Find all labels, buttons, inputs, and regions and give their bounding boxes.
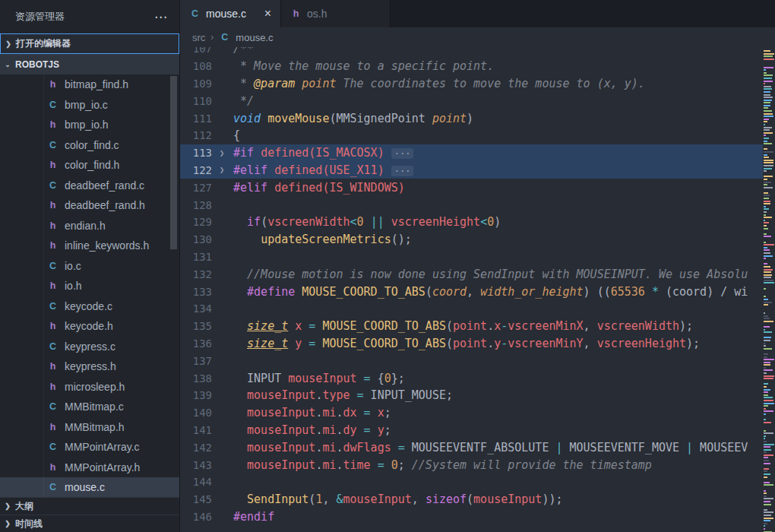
file-row-MMBitmap.c[interactable]: CMMBitmap.c	[0, 397, 179, 417]
file-row-MMPointArray.h[interactable]: hMMPointArray.h	[0, 458, 179, 478]
code-line[interactable]: 108 * Move the mouse to a specific point…	[180, 58, 763, 75]
file-name: color_find.c	[65, 139, 119, 151]
line-number: 142	[180, 442, 212, 454]
minimap-line	[764, 348, 772, 350]
outline-section[interactable]: ❯ 大纲	[0, 497, 179, 515]
code-line[interactable]: 132 //Mouse motion is now done using Sen…	[180, 265, 763, 283]
minimap-line	[764, 326, 770, 328]
code-line[interactable]: 133 #define MOUSE_COORD_TO_ABS(coord, wi…	[180, 283, 763, 300]
code-line[interactable]: 107/**	[180, 47, 763, 58]
code-token	[233, 285, 247, 299]
minimap-line	[764, 321, 773, 322]
file-row-keycode.h[interactable]: hkeycode.h	[0, 316, 179, 337]
code-line[interactable]: 131	[180, 249, 763, 266]
file-row-endian.h[interactable]: hendian.h	[0, 216, 179, 236]
project-section[interactable]: ⌄ ROBOTJS	[0, 54, 179, 74]
code-token: .	[336, 406, 343, 420]
file-list: hbitmap_find.hCbmp_io.chbmp_io.hCcolor_f…	[0, 74, 179, 498]
code-line[interactable]: 134	[180, 300, 763, 318]
code-token	[295, 77, 302, 90]
file-row-keycode.c[interactable]: Ckeycode.c	[0, 296, 179, 317]
open-editors-section[interactable]: ❯ 打开的编辑器	[0, 33, 179, 54]
minimap-line	[764, 148, 767, 150]
code-line[interactable]: 109 * @param point The coordinates to mo…	[180, 75, 763, 93]
timeline-section[interactable]: ❯ 时间线	[0, 515, 179, 532]
breadcrumb-file[interactable]: mouse.c	[236, 32, 273, 43]
sidebar-scrollbar[interactable]	[170, 76, 177, 249]
c-file-icon: C	[189, 8, 201, 19]
code-token	[350, 388, 357, 402]
minimap-line	[764, 184, 767, 185]
code-token	[357, 406, 364, 420]
file-row-mouse.c[interactable]: Cmouse.c	[0, 477, 179, 498]
file-row-color_find.h[interactable]: hcolor_find.h	[0, 155, 179, 176]
minimap-line	[764, 364, 770, 366]
file-row-bitmap_find.h[interactable]: hbitmap_find.h	[0, 74, 179, 95]
code-line[interactable]: 135 size_t x = MOUSE_COORD_TO_ABS(point.…	[180, 318, 763, 335]
line-number: 141	[180, 424, 212, 436]
file-row-bmp_io.h[interactable]: hbmp_io.h	[0, 115, 179, 135]
file-row-microsleep.h[interactable]: hmicrosleep.h	[0, 377, 179, 397]
file-row-MMPointArray.c[interactable]: CMMPointArray.c	[0, 437, 179, 458]
code-line[interactable]: 139 mouseInput.type = INPUT_MOUSE;	[180, 387, 763, 404]
breadcrumb[interactable]: src › C mouse.c	[180, 27, 775, 47]
more-actions-icon[interactable]: ⋯	[154, 11, 169, 24]
file-row-io.c[interactable]: Cio.c	[0, 256, 179, 277]
line-number: 128	[180, 199, 212, 211]
code-editor[interactable]: 107/**108 * Move the mouse to a specific…	[180, 47, 763, 532]
code-line[interactable]: 142 mouseInput.mi.dwFlags = MOUSEEVENTF_…	[180, 439, 763, 456]
code-token	[384, 215, 391, 229]
file-row-io.h[interactable]: hio.h	[0, 276, 179, 296]
file-row-keypress.h[interactable]: hkeypress.h	[0, 356, 179, 377]
code-token	[288, 337, 295, 350]
code-line[interactable]: 127#elif defined(IS_WINDOWS)	[180, 179, 763, 196]
file-row-deadbeef_rand.h[interactable]: hdeadbeef_rand.h	[0, 195, 179, 216]
code-line[interactable]: 138 INPUT mouseInput = {0};	[180, 369, 763, 387]
minimap-line	[764, 329, 765, 331]
code-token	[233, 492, 247, 506]
fold-chevron-icon[interactable]: ❯	[212, 165, 232, 175]
code-line[interactable]: 144	[180, 473, 763, 491]
sidebar-title: 资源管理器	[15, 10, 65, 24]
fold-chevron-icon[interactable]: ❯	[212, 148, 232, 158]
code-line[interactable]: 145 SendInput(1, &mouseInput, sizeof(mou…	[180, 491, 763, 508]
code-line[interactable]: 141 mouseInput.mi.dy = y;	[180, 422, 763, 439]
breadcrumb-folder[interactable]: src	[192, 32, 205, 43]
file-row-color_find.c[interactable]: Ccolor_find.c	[0, 135, 179, 156]
close-icon[interactable]: ×	[264, 8, 271, 20]
code-line[interactable]: 111void moveMouse(MMSignedPoint point)	[180, 109, 763, 127]
minimap-line	[764, 105, 770, 106]
file-row-deadbeef_rand.c[interactable]: Cdeadbeef_rand.c	[0, 176, 179, 196]
code-token: coord	[432, 285, 467, 299]
minimap-line	[764, 422, 771, 423]
code-line[interactable]: 122❯#elif defined(USE_X11) ···	[180, 162, 763, 179]
code-text: mouseInput.mi.dwFlags = MOUSEEVENTF_ABSO…	[232, 441, 763, 454]
code-token: dy	[343, 423, 357, 437]
minimap-line	[764, 74, 773, 76]
code-token	[357, 423, 364, 437]
code-line[interactable]: 128	[180, 196, 763, 214]
code-line[interactable]: 143 mouseInput.mi.time = 0; //System wil…	[180, 456, 763, 473]
file-row-keypress.c[interactable]: Ckeypress.c	[0, 337, 179, 357]
code-line[interactable]: 130 updateScreenMetrics();	[180, 231, 763, 249]
code-line[interactable]: 129 if(vscreenWidth<0 || vscreenHeight<0…	[180, 214, 763, 231]
code-line[interactable]: 110 */	[180, 92, 763, 109]
file-row-MMBitmap.h[interactable]: hMMBitmap.h	[0, 417, 179, 438]
tab-os.h[interactable]: hos.h	[281, 0, 391, 27]
tab-mouse.c[interactable]: Cmouse.c×	[180, 0, 281, 27]
file-row-inline_keywords.h[interactable]: hinline_keywords.h	[0, 236, 179, 256]
file-row-bmp_io.c[interactable]: Cbmp_io.c	[0, 95, 179, 116]
minimap-line	[764, 157, 769, 158]
minimap[interactable]	[763, 47, 775, 532]
code-token: );	[686, 337, 700, 350]
minimap-line	[764, 408, 766, 410]
code-line[interactable]: 136 size_t y = MOUSE_COORD_TO_ABS(point.…	[180, 335, 763, 353]
minimap-line	[764, 509, 767, 511]
code-token: mouseInput	[473, 492, 542, 506]
code-line[interactable]: 140 mouseInput.mi.dx = x;	[180, 404, 763, 422]
code-line[interactable]: 137	[180, 352, 763, 369]
code-line[interactable]: 146#endif	[180, 508, 763, 526]
code-text: updateScreenMetrics();	[232, 233, 763, 246]
code-line[interactable]: 112{	[180, 127, 763, 144]
code-line[interactable]: 113❯#if defined(IS_MACOSX) ···	[180, 144, 763, 162]
